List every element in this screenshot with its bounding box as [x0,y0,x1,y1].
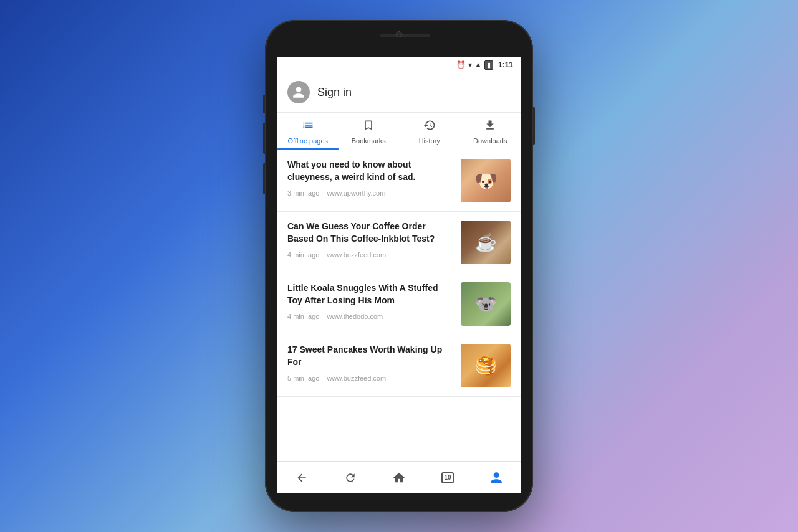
phone-btn-left3 [263,163,265,194]
tab-downloads-label: Downloads [473,137,507,145]
tab-bookmarks[interactable]: Bookmarks [339,113,400,150]
phone-btn-left2 [263,123,265,154]
app-header: Sign in [277,72,521,113]
signal-icon: ▲ [474,60,482,69]
article-time: 3 min. ago [287,189,319,197]
profile-button[interactable] [483,464,510,492]
article-time: 4 min. ago [287,313,319,320]
article-source: www.buzzfeed.com [327,374,386,382]
sign-in-label[interactable]: Sign in [317,86,352,99]
list-item[interactable]: Little Koala Snuggles With A Stuffed Toy… [277,273,521,335]
article-thumbnail [461,221,511,264]
thumbnail-dog [461,159,511,202]
tab-history[interactable]: History [399,113,460,150]
tab-bookmarks-label: Bookmarks [352,137,386,145]
tab-bar: Offline pages Bookmarks [277,113,521,150]
status-bar: ⏰ ▾ ▲ ▮ 1:11 [277,57,521,72]
thumbnail-koala [461,282,511,326]
article-thumbnail [461,159,511,202]
article-meta: 4 min. ago www.thedodo.com [287,313,453,320]
article-title: What you need to know about clueyness, a… [287,159,453,183]
wifi-icon: ▾ [468,60,472,69]
avatar[interactable] [287,81,310,103]
articles-list: What you need to know about clueyness, a… [277,150,521,461]
article-source: www.thedodo.com [327,313,383,320]
article-title: Can We Guess Your Coffee Order Based On … [287,221,453,245]
list-item[interactable]: Can We Guess Your Coffee Order Based On … [277,212,521,273]
article-content: Can We Guess Your Coffee Order Based On … [287,221,453,259]
article-thumbnail [461,282,511,326]
battery-icon: ▮ [484,60,493,70]
thumbnail-pancakes [461,344,511,387]
article-content: What you need to know about clueyness, a… [287,159,453,197]
thumbnail-coffee [461,221,511,264]
article-content: 17 Sweet Pancakes Worth Waking Up For 5 … [287,344,453,382]
bookmarks-icon [362,119,375,135]
bottom-nav: 10 [277,461,521,493]
tabs-button[interactable]: 10 [434,464,461,492]
article-meta: 4 min. ago www.buzzfeed.com [287,251,453,259]
status-time: 1:11 [498,60,513,69]
article-content: Little Koala Snuggles With A Stuffed Toy… [287,282,453,320]
refresh-button[interactable] [337,464,364,492]
home-button[interactable] [385,464,413,492]
article-meta: 5 min. ago www.buzzfeed.com [287,374,453,382]
tab-downloads[interactable]: Downloads [460,113,521,150]
phone-btn-right [533,107,535,145]
status-icons: ⏰ ▾ ▲ ▮ 1:11 [456,60,513,70]
article-meta: 3 min. ago www.upworthy.com [287,189,453,197]
list-item[interactable]: What you need to know about clueyness, a… [277,150,521,212]
article-thumbnail [461,344,511,387]
article-title: 17 Sweet Pancakes Worth Waking Up For [287,344,453,368]
downloads-icon [484,119,496,135]
tab-history-label: History [419,137,440,145]
article-title: Little Koala Snuggles With A Stuffed Toy… [287,282,453,306]
tab-offline-label: Offline pages [287,137,328,145]
history-icon [423,119,436,135]
phone-screen: ⏰ ▾ ▲ ▮ 1:11 Sign in [277,57,521,493]
phone-speaker [380,34,430,37]
app-content: Sign in Offline pages [277,72,521,493]
list-item[interactable]: 17 Sweet Pancakes Worth Waking Up For 5 … [277,335,521,397]
phone-camera [396,31,402,37]
offline-pages-icon [302,119,314,135]
tabs-count-box: 10 [441,472,454,483]
article-time: 5 min. ago [287,374,319,382]
article-source: www.upworthy.com [327,189,385,197]
back-button[interactable] [288,464,315,492]
article-time: 4 min. ago [287,251,319,259]
phone-btn-left1 [263,95,265,113]
article-source: www.buzzfeed.com [327,251,386,259]
phone-shell: ⏰ ▾ ▲ ▮ 1:11 Sign in [265,20,533,512]
tab-offline-pages[interactable]: Offline pages [277,113,339,150]
alarm-icon: ⏰ [456,60,466,69]
